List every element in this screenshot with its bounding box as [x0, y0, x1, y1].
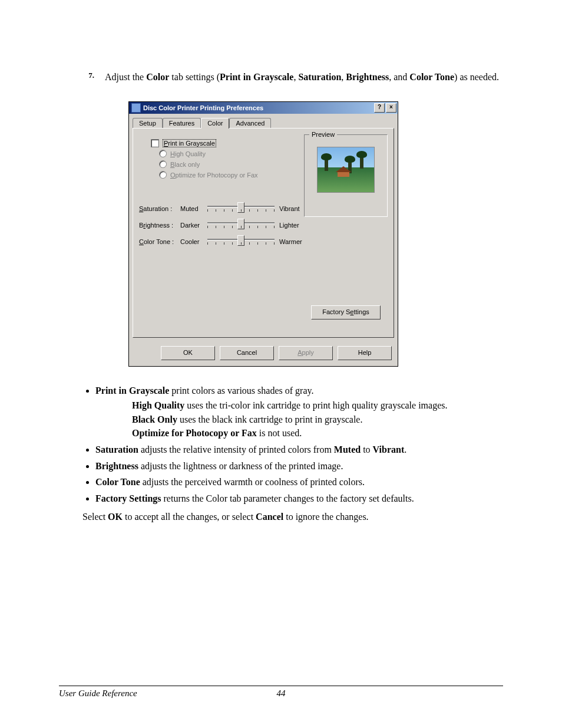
colortone-left: Cooler — [180, 238, 203, 245]
step-number: 7. — [59, 71, 94, 84]
factory-settings-button[interactable]: Factory Settings — [311, 305, 381, 319]
brightness-left: Darker — [180, 222, 203, 229]
bullet-colortone: Color Tone adjusts the perceived warmth … — [95, 476, 503, 489]
sub-optimize: Optimize for Photocopy or Fax is not use… — [132, 427, 503, 440]
print-in-grayscale-label: Print in Grayscale — [163, 139, 216, 147]
dialog-button-row: OK Cancel Apply Help — [129, 341, 398, 366]
tab-features[interactable]: Features — [163, 118, 201, 129]
page-footer: User Guide Reference 44 — [59, 686, 503, 699]
saturation-right: Vibrant — [279, 205, 304, 212]
grayscale-group: Print in Grayscale High Quality Black on… — [139, 134, 304, 180]
preview-group: Preview — [304, 134, 388, 217]
optimize-label: Optimize for Photocopy or Fax — [170, 172, 258, 179]
brightness-right: Lighter — [279, 222, 304, 229]
footer-title: User Guide Reference — [59, 689, 137, 699]
colortone-label: Color Tone : — [139, 238, 176, 245]
saturation-slider[interactable] — [207, 203, 275, 214]
step-text: Adjust the Color tab settings (Print in … — [105, 71, 503, 84]
print-in-grayscale-checkbox[interactable] — [151, 139, 159, 147]
brightness-slider[interactable] — [207, 220, 275, 230]
high-quality-radio[interactable] — [159, 150, 167, 157]
help-button-bottom[interactable]: Help — [338, 346, 392, 360]
printing-preferences-dialog: Disc Color Printer Printing Preferences … — [128, 101, 398, 367]
apply-button[interactable]: Apply — [279, 346, 333, 360]
dialog-title: Disc Color Printer Printing Preferences — [143, 104, 263, 111]
bullet-factory: Factory Settings returns the Color tab p… — [95, 492, 503, 505]
bullet-saturation: Saturation adjusts the relative intensit… — [95, 443, 503, 456]
tab-strip: Setup Features Color Advanced — [129, 114, 398, 128]
black-only-label: Black only — [170, 161, 200, 168]
bullet-grayscale: Print in Grayscale print colors as vario… — [95, 384, 503, 440]
tab-advanced[interactable]: Advanced — [229, 118, 271, 129]
footer-page-number: 44 — [277, 689, 286, 699]
tab-setup[interactable]: Setup — [133, 118, 163, 129]
closing-paragraph: Select OK to accept all the changes, or … — [82, 510, 503, 523]
colortone-right: Warmer — [279, 238, 304, 245]
colortone-slider[interactable] — [207, 236, 275, 247]
cancel-button[interactable]: Cancel — [220, 346, 274, 360]
explanation-list: Print in Grayscale print colors as vario… — [95, 384, 503, 505]
preview-image — [317, 147, 375, 193]
sub-high-quality: High Quality uses the tri-color ink cart… — [132, 399, 503, 412]
black-only-radio[interactable] — [159, 160, 167, 168]
help-button[interactable]: ? — [374, 103, 385, 113]
preview-caption: Preview — [309, 131, 337, 138]
close-button[interactable]: × — [386, 103, 396, 113]
bullet-brightness: Brightness adjusts the lightness or dark… — [95, 460, 503, 473]
step-7: 7. Adjust the Color tab settings (Print … — [59, 71, 503, 84]
high-quality-label: High Quality — [170, 150, 206, 157]
saturation-left: Muted — [180, 205, 203, 212]
optimize-radio[interactable] — [159, 171, 167, 179]
color-tab-panel: Print in Grayscale High Quality Black on… — [133, 128, 394, 338]
ok-button[interactable]: OK — [161, 346, 215, 360]
saturation-label: Saturation : — [139, 205, 176, 212]
tab-color[interactable]: Color — [201, 118, 229, 129]
brightness-label: Brightness : — [139, 222, 176, 229]
printer-icon — [131, 103, 141, 113]
sliders-group: Saturation : Muted Vibrant Brightness : — [139, 200, 304, 250]
dialog-titlebar: Disc Color Printer Printing Preferences … — [129, 102, 398, 114]
sub-black-only: Black Only uses the black ink cartridge … — [132, 413, 503, 426]
